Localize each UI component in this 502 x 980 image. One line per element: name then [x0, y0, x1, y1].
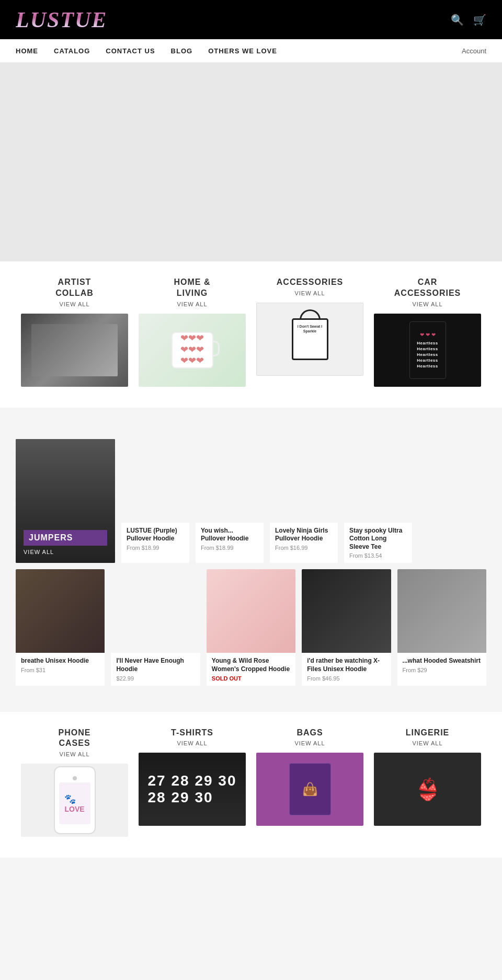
product-info-8: i'd rather be watching X-Files Unisex Ho… — [302, 653, 391, 685]
category-title-bags: BAGS — [296, 728, 323, 739]
tote-bag-icon: 👜 — [302, 782, 318, 797]
nav-account[interactable]: Account — [462, 47, 486, 55]
mug-hearts: ❤❤❤❤❤❤❤❤❤ — [180, 333, 204, 367]
car-text-3: Heartless — [417, 352, 438, 357]
phone-screen-content: 🐾 LOVE — [64, 793, 84, 813]
category-image-lingerie[interactable]: 👙 — [374, 753, 481, 826]
cart-icon[interactable]: 🛒 — [473, 14, 486, 26]
mug-shape: ❤❤❤❤❤❤❤❤❤ — [172, 332, 213, 368]
product-card-4[interactable]: Stay spooky Ultra Cotton Long Sleeve Tee… — [344, 439, 412, 563]
product-info-7: Young & Wild Rose Women's Cropped Hoodie… — [207, 653, 295, 685]
car-heart-1: ❤ — [420, 332, 424, 338]
nav-item-blog[interactable]: BLOG — [171, 47, 193, 55]
car-text-5: Heartless — [417, 364, 438, 368]
phone-camera — [73, 776, 77, 780]
product-name-5: breathe Unisex Hoodie — [21, 657, 99, 665]
category-image-accessories[interactable]: I Don't Sweat I Sparkle — [256, 303, 363, 376]
product-price-8: From $46.95 — [307, 675, 385, 682]
categories-section-1: ARTISTCOLLAB VIEW ALL HOME &LIVING VIEW … — [0, 261, 502, 408]
category-image-car[interactable]: ❤ ❤ ❤ Heartless Heartless Heartless Hear… — [374, 314, 481, 387]
lingerie-icon: 👙 — [415, 777, 441, 802]
product-card-3[interactable]: Lovely Ninja Girls Pullover Hoodie From … — [270, 439, 338, 563]
product-card-9[interactable]: ...what Hooded Sweatshirt From $29 — [397, 569, 486, 685]
product-info-3: Lovely Ninja Girls Pullover Hoodie From … — [270, 523, 338, 555]
category-card-tshirts: T-SHIRTS VIEW ALL 27 28 29 3028 29 30 — [139, 728, 246, 837]
category-title-artist: ARTISTCOLLAB — [55, 277, 94, 299]
bag-outer-shape: I Don't Sweat I Sparkle — [292, 318, 328, 360]
category-card-lingerie: LINGERIE VIEW ALL 👙 — [374, 728, 481, 837]
phone-screen: 🐾 LOVE — [59, 782, 90, 824]
product-card-6[interactable]: I'll Never Have Enough Hoodie $22.99 — [111, 569, 200, 685]
category-image-home[interactable]: ❤❤❤❤❤❤❤❤❤ — [139, 314, 246, 387]
product-image-6 — [111, 569, 200, 653]
product-image-1 — [121, 439, 189, 523]
category-view-all-car[interactable]: VIEW ALL — [412, 301, 442, 307]
category-image-phone[interactable]: 🐾 LOVE — [21, 764, 128, 837]
nav-item-catalog[interactable]: CATALOG — [54, 47, 90, 55]
product-image-3 — [270, 439, 338, 523]
products-section: JUMPERS VIEW ALL LUSTUE (Purple) Pullove… — [0, 429, 502, 701]
phone-paw: 🐾 — [64, 793, 84, 805]
categories-section-2: PHONECASES VIEW ALL 🐾 LOVE T-SHIRTS VIEW… — [0, 712, 502, 858]
category-image-artist[interactable] — [21, 314, 128, 387]
nav-item-home[interactable]: HOME — [16, 47, 38, 55]
jumpers-feature-card[interactable]: JUMPERS VIEW ALL — [16, 439, 115, 563]
nav-left: HOME CATALOG CONTACT US BLOG OTHERS WE L… — [16, 47, 462, 55]
category-view-all-tshirts[interactable]: VIEW ALL — [177, 740, 207, 746]
product-info-9: ...what Hooded Sweatshirt From $29 — [397, 653, 486, 677]
product-price-3: From $16.99 — [275, 545, 333, 551]
product-price-6: $22.99 — [116, 675, 195, 682]
product-info-1: LUSTUE (Purple) Pullover Hoodie From $18… — [121, 523, 189, 555]
product-card-7[interactable]: Young & Wild Rose Women's Cropped Hoodie… — [207, 569, 295, 685]
jumpers-view-all[interactable]: VIEW ALL — [24, 549, 107, 555]
category-image-tshirts[interactable]: 27 28 29 3028 29 30 — [139, 753, 246, 826]
nav-item-others[interactable]: OTHERS WE LOVE — [208, 47, 277, 55]
car-text-1: Heartless — [417, 341, 438, 345]
product-info-6: I'll Never Have Enough Hoodie $22.99 — [111, 653, 200, 685]
category-view-all-accessories[interactable]: VIEW ALL — [294, 290, 325, 296]
category-card-bags: BAGS VIEW ALL 👜 — [256, 728, 363, 837]
product-price-4: From $13.54 — [349, 552, 407, 559]
phone-love-text: LOVE — [64, 805, 84, 813]
search-icon[interactable]: 🔍 — [451, 14, 464, 26]
bag-inner-text: I Don't Sweat I Sparkle — [293, 320, 327, 338]
product-card-2[interactable]: You wish... Pullover Hoodie From $18.99 — [196, 439, 264, 563]
product-price-7: SOLD OUT — [212, 675, 290, 682]
category-view-all-lingerie[interactable]: VIEW ALL — [412, 740, 442, 746]
category-title-car: CARACCESSORIES — [394, 277, 461, 299]
bag-container: I Don't Sweat I Sparkle — [257, 303, 363, 375]
bag-strap — [300, 309, 321, 320]
car-hearts-row: ❤ ❤ ❤ — [420, 332, 436, 338]
product-card-8[interactable]: i'd rather be watching X-Files Unisex Ho… — [302, 569, 391, 685]
category-card-artist: ARTISTCOLLAB VIEW ALL — [21, 277, 128, 387]
category-view-all-bags[interactable]: VIEW ALL — [294, 740, 325, 746]
car-heart-3: ❤ — [431, 332, 436, 338]
nav-item-contact[interactable]: CONTACT US — [106, 47, 155, 55]
category-card-accessories: ACCESSORIES VIEW ALL I Don't Sweat I Spa… — [256, 277, 363, 387]
product-image-4 — [344, 439, 412, 523]
header-icons: 🔍 🛒 — [451, 14, 486, 26]
product-card-5[interactable]: breathe Unisex Hoodie From $31 — [16, 569, 105, 685]
product-name-2: You wish... Pullover Hoodie — [201, 527, 258, 543]
category-title-home: HOME &LIVING — [174, 277, 211, 299]
logo[interactable]: LUSTUE — [16, 7, 107, 32]
products-grid-row1: JUMPERS VIEW ALL LUSTUE (Purple) Pullove… — [16, 439, 486, 563]
car-card-inner: ❤ ❤ ❤ Heartless Heartless Heartless Hear… — [409, 321, 446, 379]
nav: HOME CATALOG CONTACT US BLOG OTHERS WE L… — [0, 39, 502, 63]
product-name-7: Young & Wild Rose Women's Cropped Hoodie — [212, 657, 290, 673]
product-image-7 — [207, 569, 295, 653]
tshirt-image-inner: 27 28 29 3028 29 30 — [139, 753, 246, 826]
category-title-accessories: ACCESSORIES — [277, 277, 343, 288]
category-view-all-artist[interactable]: VIEW ALL — [59, 301, 89, 307]
categories-grid-1: ARTISTCOLLAB VIEW ALL HOME &LIVING VIEW … — [21, 277, 481, 387]
product-info-2: You wish... Pullover Hoodie From $18.99 — [196, 523, 264, 555]
car-heart-2: ❤ — [426, 332, 430, 338]
category-card-home: HOME &LIVING VIEW ALL ❤❤❤❤❤❤❤❤❤ — [139, 277, 246, 387]
tshirt-dates: 27 28 29 3028 29 30 — [148, 773, 237, 806]
category-view-all-phone[interactable]: VIEW ALL — [59, 751, 89, 757]
product-card-1[interactable]: LUSTUE (Purple) Pullover Hoodie From $18… — [121, 439, 189, 563]
car-text-4: Heartless — [417, 358, 438, 363]
category-view-all-home[interactable]: VIEW ALL — [177, 301, 207, 307]
category-image-bags[interactable]: 👜 — [256, 753, 363, 826]
product-info-4: Stay spooky Ultra Cotton Long Sleeve Tee… — [344, 523, 412, 563]
